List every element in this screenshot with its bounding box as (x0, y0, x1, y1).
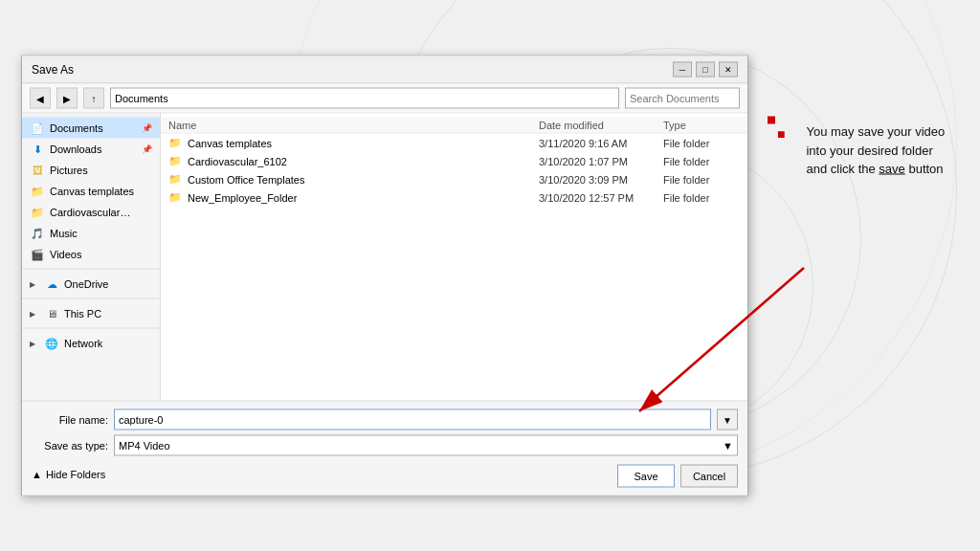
maximize-button[interactable]: □ (696, 62, 715, 77)
file-name-cell: 📁 Canvas templates (168, 137, 539, 149)
dialog-bottom: File name: ▼ Save as type: MP4 Video ▼ ▲… (22, 401, 747, 496)
search-input[interactable] (625, 88, 740, 109)
nav-item-pictures[interactable]: 🖼 Pictures (22, 160, 160, 181)
cardio-folder-icon: 📁 (30, 205, 45, 220)
col-name: Name (168, 120, 539, 131)
nav-divider-1 (22, 269, 160, 270)
file-name-cell: 📁 Cardiovascular_6102 (168, 155, 539, 167)
savetype-select[interactable]: MP4 Video ▼ (114, 435, 738, 456)
savetype-dropdown-icon: ▼ (723, 440, 733, 452)
nav-label-videos: Videos (50, 249, 81, 260)
expand-icon-network: ▶ (30, 339, 39, 347)
folder-icon-canvas: 📁 (168, 137, 182, 149)
filename-input[interactable] (114, 409, 711, 430)
save-dialog: Save As ─ □ ✕ ◀ ▶ ↑ Documents 📄 Docume (21, 55, 748, 496)
expand-icon-onedrive: ▶ (30, 279, 39, 288)
folder-icon-cardio: 📁 (168, 155, 182, 167)
documents-icon: 📄 (30, 121, 45, 136)
pc-icon: 🖥 (44, 306, 59, 321)
chevron-up-icon: ▲ (32, 469, 42, 480)
file-row[interactable]: 📁 Cardiovascular_6102 3/10/2020 1:07 PM … (161, 152, 747, 170)
file-date-cell: 3/10/2020 1:07 PM (539, 155, 663, 166)
nav-label-onedrive: OneDrive (64, 278, 108, 290)
save-button[interactable]: Save (617, 465, 675, 488)
file-row[interactable]: 📁 Custom Office Templates 3/10/2020 3:09… (161, 170, 747, 188)
title-bar: Save As ─ □ ✕ (22, 56, 747, 84)
canvas-folder-icon: 📁 (30, 184, 45, 199)
nav-pane: 📄 Documents 📌 ⬇ Downloads 📌 🖼 Pictures 📁… (22, 114, 161, 401)
forward-button[interactable]: ▶ (56, 88, 78, 109)
file-name-text: Cardiovascular_6102 (188, 155, 287, 166)
back-button[interactable]: ◀ (30, 88, 51, 109)
file-name-text: New_Employee_Folder (188, 191, 297, 203)
nav-label-this-pc: This PC (64, 308, 101, 320)
nav-item-onedrive[interactable]: ▶ ☁ OneDrive (22, 274, 160, 295)
file-name-text: Canvas templates (188, 137, 272, 148)
file-type-cell: File folder (663, 191, 740, 203)
bullet-icon: ■ (777, 124, 785, 144)
annotation-suffix: button (905, 162, 944, 176)
file-row[interactable]: 📁 Canvas templates 3/11/2020 9:16 AM Fil… (161, 134, 747, 152)
nav-divider-2 (22, 298, 160, 299)
nav-item-canvas-templates[interactable]: 📁 Canvas templates (22, 181, 160, 202)
nav-label-network: Network (64, 338, 102, 349)
pin-icon: 📌 (142, 123, 152, 133)
file-type-cell: File folder (663, 173, 740, 185)
annotation-text: You may save your video into your desire… (792, 122, 949, 179)
onedrive-icon: ☁ (44, 276, 59, 292)
filename-row: File name: ▼ (32, 409, 738, 430)
folder-icon-custom: 📁 (168, 173, 182, 186)
file-date-cell: 3/11/2020 9:16 AM (539, 137, 663, 148)
col-date: Date modified (539, 120, 663, 131)
savetype-value: MP4 Video (119, 440, 170, 452)
hide-folders-toggle[interactable]: ▲ Hide Folders (32, 469, 105, 480)
col-type: Type (663, 120, 740, 131)
nav-item-this-pc[interactable]: ▶ 🖥 This PC (22, 303, 160, 324)
file-date-cell: 3/10/2020 12:57 PM (539, 191, 663, 203)
window-controls: ─ □ ✕ (673, 62, 738, 77)
file-name-cell: 📁 New_Employee_Folder (168, 191, 539, 204)
nav-item-network[interactable]: ▶ 🌐 Network (22, 333, 160, 354)
downloads-icon: ⬇ (30, 142, 45, 157)
nav-label-documents: Documents (50, 122, 103, 134)
nav-item-music[interactable]: 🎵 Music (22, 223, 160, 244)
savetype-label: Save as type: (32, 440, 108, 452)
folder-icon-employee: 📁 (168, 191, 182, 204)
filename-dropdown-button[interactable]: ▼ (717, 409, 738, 430)
network-icon: 🌐 (44, 336, 59, 351)
music-icon: 🎵 (30, 226, 45, 241)
address-bar[interactable]: Documents (110, 88, 619, 109)
nav-divider-3 (22, 328, 160, 329)
expand-icon-pc: ▶ (30, 309, 39, 318)
file-row[interactable]: 📁 New_Employee_Folder 3/10/2020 12:57 PM… (161, 188, 747, 207)
nav-label-music: Music (50, 228, 78, 239)
nav-item-cardiovascular[interactable]: 📁 Cardiovascular_610… (22, 202, 160, 223)
file-list-header: Name Date modified Type (161, 118, 747, 134)
file-type-cell: File folder (663, 137, 740, 148)
minimize-button[interactable]: ─ (673, 62, 692, 77)
nav-item-videos[interactable]: 🎬 Videos (22, 244, 160, 265)
content-pane: Name Date modified Type 📁 Canvas templat… (161, 114, 747, 401)
nav-label-pictures: Pictures (50, 165, 88, 176)
cancel-button[interactable]: Cancel (680, 465, 738, 488)
nav-label-canvas: Canvas templates (50, 186, 134, 197)
toolbar: ◀ ▶ ↑ Documents (22, 84, 747, 114)
up-button[interactable]: ↑ (83, 88, 104, 109)
nav-item-downloads[interactable]: ⬇ Downloads 📌 (22, 139, 160, 160)
file-name-text: Custom Office Templates (188, 173, 304, 185)
dialog-title: Save As (32, 63, 74, 77)
savetype-row: Save as type: MP4 Video ▼ (32, 435, 738, 456)
footer-row: ▲ Hide Folders Save Cancel (32, 461, 738, 488)
pin-icon-downloads: 📌 (142, 144, 152, 154)
nav-label-cardio: Cardiovascular_610… (50, 207, 136, 218)
nav-label-downloads: Downloads (50, 143, 101, 155)
file-name-cell: 📁 Custom Office Templates (168, 173, 539, 186)
dialog-wrapper: Save As ─ □ ✕ ◀ ▶ ↑ Documents 📄 Docume (21, 55, 959, 496)
annotation-box: ■ You may save your video into your desi… (768, 113, 959, 188)
file-type-cell: File folder (663, 155, 740, 166)
button-row: Save Cancel (617, 465, 738, 488)
close-button[interactable]: ✕ (719, 62, 738, 77)
pictures-icon: 🖼 (30, 163, 45, 178)
videos-icon: 🎬 (30, 247, 45, 262)
nav-item-documents[interactable]: 📄 Documents 📌 (22, 118, 160, 139)
